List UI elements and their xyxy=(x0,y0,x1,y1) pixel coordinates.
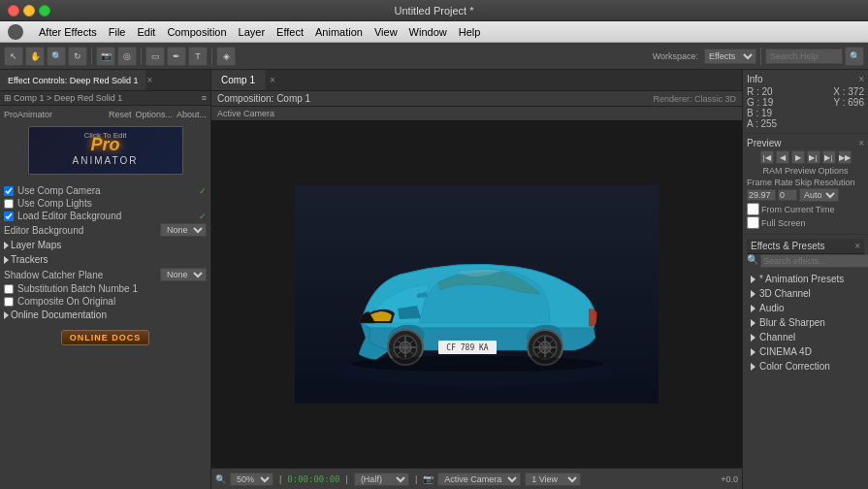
load-editor-bg-row: Load Editor Background ✓ xyxy=(4,210,207,222)
next-frame-btn[interactable]: ▶| xyxy=(807,150,820,164)
workspace-selector[interactable]: Effects Default Minimal xyxy=(704,49,756,64)
shadow-catcher-label: Shadow Catcher Plane xyxy=(4,270,103,280)
menu-edit[interactable]: Edit xyxy=(137,26,155,38)
use-comp-camera-checkbox[interactable] xyxy=(4,186,14,196)
info-close-btn[interactable]: × xyxy=(858,74,864,84)
prev-frame-btn[interactable]: ◀ xyxy=(776,150,789,164)
hand-tool[interactable]: ✋ xyxy=(25,47,45,66)
from-current-time-checkbox[interactable] xyxy=(747,203,759,215)
menu-effect[interactable]: Effect xyxy=(276,26,304,38)
effects-item-3dchannel[interactable]: 3D Channel xyxy=(747,286,864,301)
load-editor-bg-checkbox[interactable] xyxy=(4,212,14,221)
comp-composition-title: Composition: Comp 1 xyxy=(217,93,310,104)
menu-view[interactable]: View xyxy=(374,26,398,38)
effects-item-cinema4d[interactable]: CINEMA 4D xyxy=(747,344,864,359)
animator-text: ANIMATOR xyxy=(73,155,139,166)
effects-item-color[interactable]: Color Correction xyxy=(747,359,864,374)
quality-select[interactable]: (Half) Full Third Quarter xyxy=(354,473,409,486)
ram-preview-btn[interactable]: ▶▶ xyxy=(838,150,852,164)
window-controls[interactable] xyxy=(8,5,50,16)
skip-to-start-btn[interactable]: |◀ xyxy=(760,150,774,164)
comp-panel-close[interactable]: × xyxy=(266,75,279,85)
menu-composition[interactable]: Composition xyxy=(167,26,226,38)
pen-tool[interactable]: ✒ xyxy=(167,47,186,66)
use-comp-lights-checkbox[interactable] xyxy=(4,199,14,209)
toolbar-sep-2 xyxy=(141,48,142,65)
composite-original-row: Composite On Original xyxy=(4,295,207,308)
maximize-button[interactable] xyxy=(39,5,50,16)
puppet-tool[interactable]: ◈ xyxy=(216,47,236,66)
online-docs-button[interactable]: ONLINE DOCS xyxy=(61,330,150,345)
menu-window[interactable]: Window xyxy=(409,26,447,38)
skip-input[interactable] xyxy=(778,189,797,201)
pro-animator-label: ProAnimator xyxy=(4,110,52,119)
effects-item-blur[interactable]: Blur & Sharpen xyxy=(747,315,864,330)
reset-button[interactable]: Reset xyxy=(109,110,132,119)
resolution-select[interactable]: Auto Full Half xyxy=(799,188,839,202)
views-select[interactable]: 1 View 2 Views 4 Views xyxy=(525,473,581,486)
menu-animation[interactable]: Animation xyxy=(315,26,363,38)
info-header: Info × xyxy=(747,74,864,84)
preview-section: Preview × |◀ ◀ ▶ ▶| ▶| ▶▶ RAM Preview Op… xyxy=(743,134,868,235)
sub-batch-checkbox[interactable] xyxy=(4,284,14,294)
search-button[interactable]: 🔍 xyxy=(845,47,864,66)
toolbar-sep-1 xyxy=(91,48,92,65)
effect-header-buttons: Reset Options... About... xyxy=(109,110,207,119)
comp-controls-bar: 🔍 50% | 0:00:00:00 | (Half) Full Third Q… xyxy=(211,468,742,489)
about-button[interactable]: About... xyxy=(177,110,207,119)
minimize-button[interactable] xyxy=(23,5,35,16)
camera-select[interactable]: Active Camera xyxy=(437,473,521,486)
effects-item-audio[interactable]: Audio xyxy=(747,301,864,315)
options-button[interactable]: Options... xyxy=(135,110,173,119)
effects-item-label: Channel xyxy=(759,332,795,342)
text-tool[interactable]: T xyxy=(188,47,208,66)
project-tab[interactable]: ≡ xyxy=(202,93,207,103)
rect-tool[interactable]: ▭ xyxy=(145,47,165,66)
search-help-input[interactable] xyxy=(765,49,843,64)
trackers-section[interactable]: Trackers xyxy=(4,252,207,267)
preview-title: Preview xyxy=(747,138,782,148)
composite-original-checkbox[interactable] xyxy=(4,297,14,307)
online-docs-section[interactable]: Online Documentation xyxy=(4,308,207,322)
effects-item-label: CINEMA 4D xyxy=(759,346,812,357)
close-button[interactable] xyxy=(8,5,19,16)
triangle-icon xyxy=(751,348,755,356)
car-viewport: CF 789 KA xyxy=(295,185,659,404)
selection-tool[interactable]: ↖ xyxy=(4,47,23,66)
orbit-tool[interactable]: ◎ xyxy=(117,47,137,66)
menu-file[interactable]: File xyxy=(109,26,126,38)
effects-close-btn[interactable]: × xyxy=(854,241,860,251)
camera-tool[interactable]: 📷 xyxy=(96,47,115,66)
from-current-time-row: From Current Time xyxy=(747,203,864,215)
effects-item-animation[interactable]: * Animation Presets xyxy=(747,272,864,286)
panel-close-btn[interactable]: × xyxy=(146,75,152,85)
play-pause-btn[interactable]: ▶ xyxy=(791,150,805,164)
comp-tab-bar: Comp 1 × xyxy=(211,70,742,91)
click-to-edit-label: Click To Edit xyxy=(84,131,127,140)
menu-help[interactable]: Help xyxy=(459,26,481,38)
pro-animator-logo-container: Click To Edit Pro ANIMATOR xyxy=(4,122,207,179)
sub-batch-row: Substitution Batch Numbe 1 xyxy=(4,282,207,295)
effect-controls-tab[interactable]: Effect Controls: Deep Red Solid 1 xyxy=(0,70,146,90)
shadow-catcher-select[interactable]: None xyxy=(160,268,207,281)
menu-layer[interactable]: Layer xyxy=(239,26,266,38)
preview-close-btn[interactable]: × xyxy=(858,138,864,148)
magnify-icon[interactable]: 🔍 xyxy=(215,474,226,484)
menu-after-effects[interactable]: After Effects xyxy=(39,26,97,38)
effects-header: Effects & Presets × xyxy=(747,239,864,254)
rotation-tool[interactable]: ↻ xyxy=(68,47,87,66)
zoom-tool[interactable]: 🔍 xyxy=(47,47,66,66)
editor-bg-select[interactable]: None xyxy=(160,223,207,237)
effects-search-input[interactable] xyxy=(760,254,868,268)
ram-preview-options[interactable]: RAM Preview Options xyxy=(747,166,864,176)
frame-rate-input[interactable] xyxy=(747,189,776,201)
left-panel-tabs: Effect Controls: Deep Red Solid 1 × xyxy=(0,70,210,91)
pro-animator-logo[interactable]: Click To Edit Pro ANIMATOR xyxy=(28,126,183,175)
full-screen-checkbox[interactable] xyxy=(747,216,759,229)
breadcrumb: ⊞ Comp 1 > Deep Red Solid 1 ≡ xyxy=(0,91,210,106)
skip-to-end-btn[interactable]: ▶| xyxy=(822,150,836,164)
layer-maps-section[interactable]: Layer Maps xyxy=(4,238,207,252)
comp1-tab[interactable]: Comp 1 xyxy=(211,70,266,90)
effects-item-channel[interactable]: Channel xyxy=(747,330,864,344)
zoom-select[interactable]: 50% xyxy=(230,473,273,486)
